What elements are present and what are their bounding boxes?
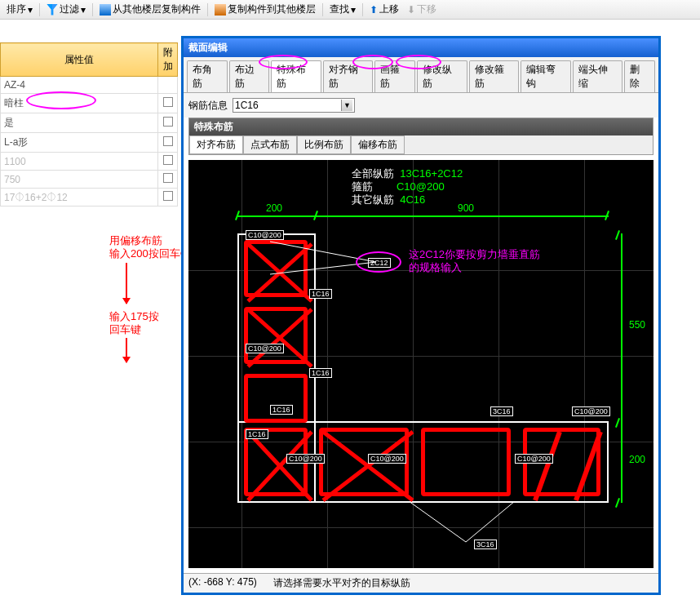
rebar-label: 3C16 [490, 406, 513, 416]
rebar-info-row: 钢筋信息 1C16 ▼ [184, 93, 658, 118]
prop-cell[interactable]: 1100 [1, 153, 158, 171]
stirrup [244, 374, 308, 423]
filter-icon [47, 4, 58, 16]
svg-line-8 [535, 432, 560, 500]
tab-modv[interactable]: 修改纵筋 [417, 60, 467, 92]
annotation-left: 用偏移布筋 输入200按回车键 [109, 234, 191, 260]
annotation-left-2: 输入175按 回车键 [109, 310, 159, 336]
tab-align[interactable]: 对齐钢筋 [323, 60, 374, 92]
tab-edge[interactable]: 布边筋 [229, 60, 270, 92]
status-bar: (X: -668 Y: 475) 请选择需要水平对齐的目标纵筋 [184, 573, 658, 593]
rebar-label: C10@200 [286, 454, 325, 464]
checkbox[interactable] [163, 155, 173, 165]
special-panel: 特殊布筋 对齐布筋 点式布筋 比例布筋 偏移布筋 [188, 118, 653, 155]
copy-to-btn[interactable]: 复制构件到其他楼层 [211, 2, 319, 17]
col-value[interactable]: 属性值 [1, 43, 158, 77]
down-btn[interactable]: ⬇下移 [404, 2, 440, 17]
annotation-right: 这2C12你要按剪力墙垂直筋 的规格输入 [409, 248, 540, 274]
coord-readout: (X: -668 Y: 475) [188, 576, 257, 590]
prop-cell[interactable]: 750 [1, 171, 158, 189]
chevron-down-icon[interactable]: ▼ [341, 100, 352, 111]
copy-from-icon [100, 4, 111, 16]
rebar-label: 1C16 [246, 429, 268, 439]
tab-special[interactable]: 特殊布筋 [271, 60, 321, 92]
subpanel-title: 特殊布筋 [189, 118, 653, 135]
prop-cell[interactable]: 暗柱 [1, 94, 158, 113]
dim-label: 200 [266, 202, 282, 214]
checkbox[interactable] [163, 191, 173, 201]
arrow-down-icon [126, 263, 127, 304]
status-message: 请选择需要水平对齐的目标纵筋 [273, 576, 410, 590]
section-canvas[interactable]: 全部纵筋 13C16+2C12 箍筋 C10@200 其它纵筋 4C16 200… [188, 160, 653, 568]
main-toolbar: 排序 ▾ 过滤 ▾ 从其他楼层复制构件 复制构件到其他楼层 查找 ▾ ⬆上移 ⬇… [0, 0, 700, 20]
filter-btn[interactable]: 过滤 ▾ [43, 2, 89, 17]
stirrup [421, 428, 511, 496]
up-btn[interactable]: ⬆上移 [366, 2, 402, 17]
col-add[interactable]: 附加 [158, 43, 178, 77]
rebar-info-label: 钢筋信息 [188, 99, 228, 113]
copy-to-icon [215, 4, 226, 16]
prop-cell[interactable]: 17⏀16+2⏀12 [1, 189, 158, 207]
dim-label: 900 [458, 202, 474, 214]
dim-label: 550 [629, 319, 645, 331]
copy-from-btn[interactable]: 从其他楼层复制构件 [96, 2, 204, 17]
find-btn[interactable]: 查找 ▾ [326, 2, 359, 17]
rebar-label: 1C16 [270, 405, 293, 415]
dialog-tabs: 布角筋 布边筋 特殊布筋 对齐钢筋 画箍筋 修改纵筋 修改箍筋 编辑弯钩 端头伸… [184, 57, 658, 93]
tab-end[interactable]: 端头伸缩 [573, 60, 623, 92]
subtab-align[interactable]: 对齐布筋 [189, 135, 243, 154]
dialog-title: 截面编辑 [184, 38, 658, 57]
checkbox[interactable] [163, 117, 173, 127]
prop-cell[interactable]: L-a形 [1, 133, 158, 153]
rebar-label: 1C16 [309, 289, 332, 299]
rebar-label: 1C16 [309, 368, 332, 378]
rebar-label: C10@200 [515, 454, 553, 464]
checkbox[interactable] [163, 97, 173, 107]
dim-label: 200 [629, 454, 645, 465]
up-icon: ⬆ [370, 4, 378, 16]
property-pane: 属性值 附加 AZ-4 暗柱 是 L-a形 1100 750 17⏀16+2⏀1… [0, 20, 178, 207]
subtab-offset[interactable]: 偏移布筋 [351, 135, 405, 154]
prop-cell[interactable]: AZ-4 [1, 77, 158, 94]
prop-cell[interactable]: 是 [1, 113, 158, 133]
down-icon: ⬇ [407, 4, 415, 16]
rebar-label: C10@200 [572, 406, 610, 416]
checkbox[interactable] [163, 136, 173, 146]
rebar-label: C10@200 [246, 344, 284, 353]
arrow-down-icon [126, 338, 127, 362]
checkbox[interactable] [163, 173, 173, 183]
svg-line-9 [576, 432, 600, 500]
sort-btn[interactable]: 排序 ▾ [3, 2, 36, 17]
section-edit-dialog: 截面编辑 布角筋 布边筋 特殊布筋 对齐钢筋 画箍筋 修改纵筋 修改箍筋 编辑弯… [181, 36, 661, 595]
property-table: 属性值 附加 AZ-4 暗柱 是 L-a形 1100 750 17⏀16+2⏀1… [0, 42, 178, 207]
rebar-label: C10@200 [368, 454, 406, 464]
tab-hook[interactable]: 编辑弯钩 [521, 60, 571, 92]
subtab-ratio[interactable]: 比例布筋 [297, 135, 351, 154]
tab-mods[interactable]: 修改箍筋 [469, 60, 520, 92]
tab-corner[interactable]: 布角筋 [187, 60, 228, 92]
tab-del[interactable]: 删除 [624, 60, 655, 92]
subtab-point[interactable]: 点式布筋 [243, 135, 297, 154]
tab-stir[interactable]: 画箍筋 [374, 60, 415, 92]
rebar-info-combo[interactable]: 1C16 ▼ [233, 98, 355, 113]
